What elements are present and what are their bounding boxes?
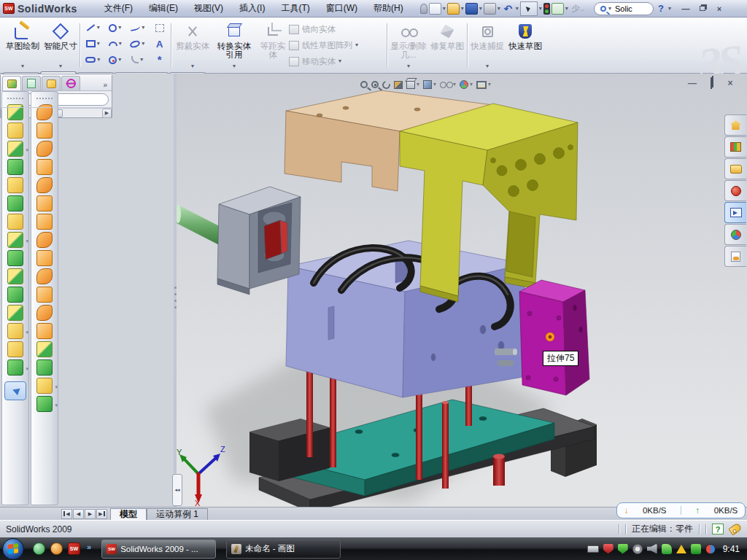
quicklaunch-chevron-icon[interactable]: »	[87, 542, 91, 551]
toolbar-overflow-label[interactable]: 少..	[570, 3, 587, 14]
view-orientation-caret-icon[interactable]: ▾	[417, 82, 419, 88]
updates-icon[interactable]	[632, 544, 643, 554]
section-view-button[interactable]	[394, 81, 403, 89]
feature-tool-5-icon[interactable]	[7, 177, 23, 193]
ellipse-tool[interactable]: ▾	[130, 41, 144, 47]
dimxpert-manager-tab[interactable]	[61, 76, 80, 90]
rectangle-caret-icon[interactable]: ▾	[97, 41, 100, 47]
surface-tool-11-icon[interactable]	[36, 287, 53, 303]
select-caret-icon[interactable]: ▾	[539, 6, 542, 12]
rotate-view-button[interactable]	[382, 81, 390, 89]
menu-help[interactable]: 帮助(H)	[367, 0, 410, 17]
spline-caret-icon[interactable]: ▾	[142, 25, 144, 31]
panel-overflow-chevron-icon[interactable]: »	[103, 81, 110, 90]
scroll-down-icon[interactable]: ▼	[103, 107, 112, 108]
keyboard-layout-icon[interactable]	[587, 545, 599, 553]
taskbar-clock[interactable]: 9:41	[723, 544, 740, 554]
surface-tool-3-icon[interactable]	[36, 141, 53, 157]
surface-tool-15-icon[interactable]	[36, 359, 53, 376]
help-caret-icon[interactable]: ▾	[668, 6, 671, 12]
save-icon[interactable]	[465, 3, 478, 15]
tag-icon[interactable]	[728, 522, 742, 535]
solidworks-quicklaunch-icon[interactable]: SW	[68, 542, 80, 555]
hide-show-items-button[interactable]: ▾	[440, 82, 456, 88]
quick-tips-icon[interactable]: ?	[712, 524, 724, 534]
menu-file[interactable]: 文件(F)	[98, 0, 139, 17]
circle-tool[interactable]: ▾	[109, 24, 121, 32]
messenger-tray-icon[interactable]	[662, 544, 672, 554]
surface-tool-14-icon[interactable]	[36, 341, 53, 357]
sketch-button[interactable]: 草图绘制 ▾	[4, 20, 41, 71]
polygon-caret-icon[interactable]: ▾	[118, 57, 121, 63]
taskbar-window-paint[interactable]: 未命名 - 画图	[226, 540, 341, 559]
surface-tool-5-icon[interactable]	[36, 177, 53, 193]
previous-tab-button[interactable]: ◀	[73, 509, 84, 519]
arc-tool[interactable]: ▾	[109, 41, 122, 47]
save-caret-icon[interactable]: ▾	[479, 6, 482, 12]
search-box[interactable]: ▾	[594, 2, 654, 15]
scroll-right-icon[interactable]: ▶	[102, 109, 112, 118]
scene-caret-icon[interactable]: ▾	[488, 82, 491, 88]
menu-tools[interactable]: 工具(T)	[274, 0, 316, 17]
menu-window[interactable]: 窗口(W)	[320, 0, 364, 17]
print-caret-icon[interactable]: ▾	[498, 6, 500, 12]
restore-button[interactable]	[695, 3, 710, 15]
view-orientation-button[interactable]: ▾	[406, 80, 419, 89]
start-button[interactable]	[2, 538, 24, 560]
feature-tool-13-icon[interactable]: ▾	[7, 323, 23, 339]
feature-tool-6-icon[interactable]	[7, 195, 23, 211]
feature-tool-14-icon[interactable]	[7, 341, 23, 357]
display-style-button[interactable]: ▾	[423, 80, 436, 89]
surface-tool-10-icon[interactable]	[36, 268, 53, 284]
pin-icon[interactable]	[420, 4, 427, 14]
motion-study-tab[interactable]: 运动算例 1	[147, 508, 208, 520]
sketch-fillet-tool[interactable]: ▾	[131, 56, 143, 63]
sketch-fillet-caret-icon[interactable]: ▾	[140, 57, 143, 63]
select-tool-icon[interactable]	[520, 1, 538, 16]
appearances-tab[interactable]	[724, 224, 746, 245]
security-shield-icon[interactable]	[618, 544, 628, 554]
network-warning-icon[interactable]	[676, 545, 686, 553]
search-input[interactable]	[614, 4, 647, 14]
feature-tool-8-icon[interactable]: ▾	[7, 232, 23, 248]
polygon-tool[interactable]: ▾	[109, 56, 121, 64]
menu-insert[interactable]: 插入(I)	[233, 0, 271, 17]
next-tab-button[interactable]: ▶	[85, 509, 96, 519]
feature-tool-10-icon[interactable]	[7, 268, 23, 284]
appearance-caret-icon[interactable]: ▾	[470, 82, 473, 88]
design-library-tab[interactable]	[724, 136, 746, 158]
close-button[interactable]: ×	[712, 3, 727, 15]
sketch-text-tool[interactable]: A	[156, 39, 163, 50]
menu-edit[interactable]: 编辑(E)	[142, 0, 185, 17]
selection-filter-icon[interactable]	[543, 3, 550, 15]
pane-splitter-control[interactable]: ◂◂	[172, 474, 182, 506]
first-tab-button[interactable]: ◀	[61, 509, 72, 519]
panel-splitter[interactable]	[174, 74, 177, 507]
rapid-sketch-button[interactable]: 快速草图	[508, 20, 543, 71]
slot-tool[interactable]: ▾	[85, 57, 100, 63]
convert-entities-button[interactable]: 转换实体引用 ▾	[214, 20, 254, 71]
surface-tool-2-icon[interactable]	[36, 122, 53, 139]
open-folder-icon[interactable]	[447, 3, 460, 15]
line-tool[interactable]: ▾	[86, 25, 100, 31]
options-list-icon[interactable]	[551, 3, 564, 15]
property-manager-tab[interactable]	[22, 76, 41, 90]
surface-tool-17-icon[interactable]: ▾	[36, 396, 53, 412]
solidworks-resources-tab[interactable]	[724, 114, 746, 136]
feature-tool-12-icon[interactable]	[7, 305, 23, 321]
smart-dimension-caret-icon[interactable]: ▾	[59, 63, 62, 69]
new-caret-icon[interactable]: ▾	[443, 6, 446, 12]
open-caret-icon[interactable]: ▾	[461, 6, 464, 12]
feature-tool-7-icon[interactable]	[7, 214, 23, 230]
line-caret-icon[interactable]: ▾	[97, 25, 100, 31]
graphics-viewport[interactable]: Y Z X ▾ ▾ ▾ ▾ ▾ — ×	[177, 74, 747, 507]
doc-minimize-button[interactable]: —	[686, 78, 699, 88]
feature-tool-2-icon[interactable]	[7, 122, 23, 139]
circle-caret-icon[interactable]: ▾	[118, 25, 121, 31]
convert-caret-icon[interactable]: ▾	[233, 63, 236, 69]
smart-dimension-button[interactable]: 智能尺寸 ▾	[42, 20, 79, 71]
edit-appearance-button[interactable]: ▾	[460, 80, 473, 89]
doc-restore-button[interactable]	[705, 78, 718, 88]
spline-tool[interactable]: ▾	[130, 25, 144, 31]
new-document-icon[interactable]	[429, 3, 441, 15]
